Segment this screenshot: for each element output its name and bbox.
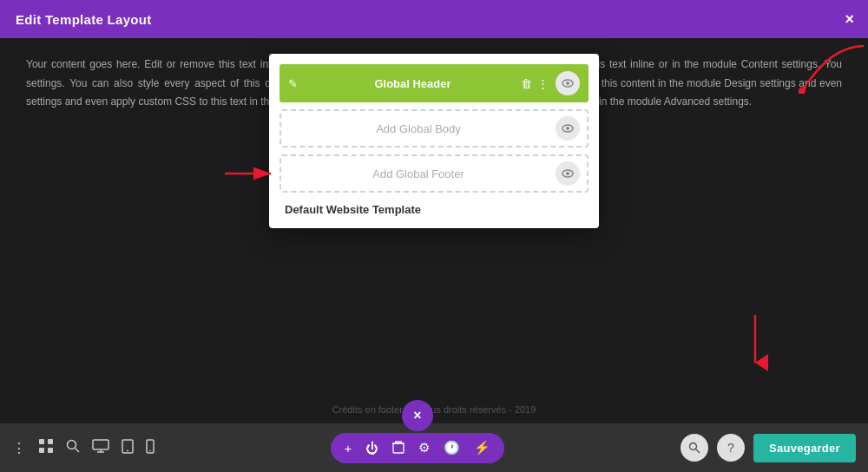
footer-arrow-svg xyxy=(220,161,281,187)
add-global-footer-eye[interactable] xyxy=(556,161,580,186)
global-header-label: Global Header xyxy=(305,77,521,90)
power-icon[interactable]: ⏻ xyxy=(365,441,378,456)
toolbar-left: ⋮ xyxy=(12,438,155,457)
footer-credit: Crédits en footer - © Tous droits réserv… xyxy=(0,404,868,415)
center-toolbar-bar: + ⏻ ⚙ 🕐 ⚡ xyxy=(331,433,505,463)
settings-icon[interactable]: ⚙ xyxy=(418,440,430,456)
toolbar-center: × + ⏻ ⚙ 🕐 ⚡ xyxy=(331,433,505,463)
global-header-row[interactable]: ✎ Global Header 🗑 ⋮ xyxy=(279,64,589,102)
svg-rect-12 xyxy=(39,448,44,453)
close-icon[interactable]: × xyxy=(845,10,854,29)
svg-point-7 xyxy=(566,172,569,175)
svg-point-14 xyxy=(68,441,76,449)
toolbar-right: ? Sauvegarder xyxy=(681,434,856,462)
menu-icon[interactable]: ⋮ xyxy=(12,440,26,456)
help-icon[interactable]: ? xyxy=(717,434,745,462)
svg-point-22 xyxy=(149,449,151,451)
search-circle-icon[interactable] xyxy=(681,434,708,462)
lightning-icon[interactable]: ⚡ xyxy=(474,440,490,456)
svg-point-20 xyxy=(127,449,128,451)
svg-line-15 xyxy=(76,449,80,453)
delete-icon[interactable] xyxy=(392,440,404,456)
pencil-icon[interactable]: ✎ xyxy=(288,77,298,90)
global-header-eye[interactable] xyxy=(556,71,580,95)
cancel-button[interactable]: × xyxy=(402,400,433,431)
tablet-icon[interactable] xyxy=(122,439,134,457)
add-global-body-eye[interactable] xyxy=(556,116,580,141)
global-header-icons: 🗑 ⋮ xyxy=(521,77,549,90)
svg-rect-16 xyxy=(93,440,108,449)
add-global-footer-row[interactable]: Add Global Footer xyxy=(279,154,589,193)
add-global-body-label: Add Global Body xyxy=(288,122,549,135)
history-icon[interactable]: 🕐 xyxy=(444,440,460,456)
main-area: Your content goes here. Edit or remove t… xyxy=(0,38,868,423)
svg-point-1 xyxy=(566,82,569,85)
add-global-body-row[interactable]: Add Global Body xyxy=(279,109,589,148)
svg-rect-13 xyxy=(48,448,53,453)
top-bar: Edit Template Layout × xyxy=(0,0,868,38)
svg-point-28 xyxy=(689,443,696,450)
save-button[interactable]: Sauvegarder xyxy=(753,434,856,462)
svg-rect-23 xyxy=(393,443,404,453)
dots-icon[interactable]: ⋮ xyxy=(537,77,549,90)
mobile-icon[interactable] xyxy=(146,439,155,457)
bottom-toolbar: ⋮ xyxy=(0,423,868,472)
default-template-label: Default Website Template xyxy=(279,200,589,218)
search-icon[interactable] xyxy=(66,439,80,456)
svg-line-29 xyxy=(695,449,700,454)
template-layout-modal: ✎ Global Header 🗑 ⋮ Add Global Body xyxy=(269,54,599,228)
trash-icon[interactable]: 🗑 xyxy=(521,77,532,90)
svg-rect-11 xyxy=(48,439,53,444)
add-global-footer-label: Add Global Footer xyxy=(288,167,549,180)
add-icon[interactable]: + xyxy=(345,441,352,456)
svg-rect-10 xyxy=(39,439,44,444)
page-title: Edit Template Layout xyxy=(16,12,152,27)
svg-point-3 xyxy=(566,127,569,130)
grid-icon[interactable] xyxy=(38,438,54,457)
desktop-icon[interactable] xyxy=(92,439,109,456)
